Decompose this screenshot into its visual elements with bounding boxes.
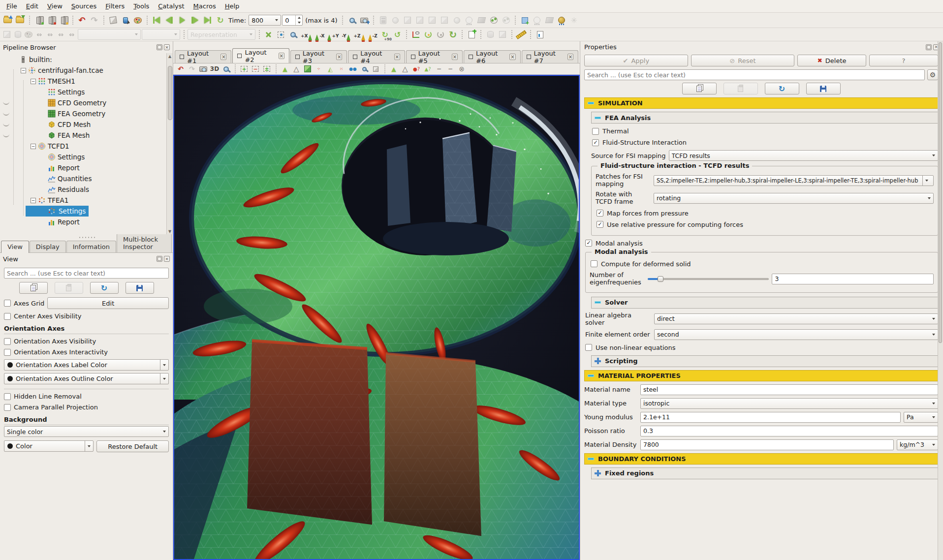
show-orientation-axes-button[interactable] <box>410 29 422 40</box>
tab-layout-1[interactable]: Layout #1× <box>175 50 231 63</box>
paste-properties-button[interactable] <box>55 282 83 294</box>
scrollbar-thumb[interactable] <box>168 66 172 120</box>
slice-stack-button[interactable] <box>497 29 508 40</box>
hidden-line-removal-checkbox[interactable] <box>4 393 11 400</box>
background-color-picker[interactable]: Color <box>4 440 94 452</box>
thermal-checkbox[interactable] <box>592 128 599 135</box>
select-points-on-surface-button[interactable]: ▲ <box>291 64 301 74</box>
connect-server-button[interactable] <box>33 15 44 26</box>
material-type-combobox[interactable]: isotropic <box>640 398 938 409</box>
scroll-up-icon[interactable]: ▲ <box>168 53 171 59</box>
collapse-expander[interactable]: − <box>21 68 26 73</box>
close-tab-icon[interactable]: × <box>220 54 226 60</box>
extract-block-button[interactable] <box>488 15 500 26</box>
pipeline-item-tfea-settings[interactable]: Settings <box>0 206 173 217</box>
menu-catalyst[interactable]: Catalyst <box>154 1 189 11</box>
edit-color-map-button[interactable] <box>13 30 23 39</box>
fsi-source-combobox[interactable]: TCFD results <box>669 150 939 161</box>
camera-parallel-projection-checkbox[interactable] <box>4 404 11 411</box>
axes-grid-checkbox[interactable] <box>4 300 11 307</box>
ruled-surface-button[interactable] <box>544 15 555 26</box>
camera-redo-button[interactable]: ↷ <box>187 64 197 74</box>
time-combobox[interactable]: 800 <box>249 15 281 26</box>
query-points-button[interactable]: ●? <box>411 64 421 74</box>
grow-selection-button[interactable]: − <box>434 64 444 74</box>
view-minus-z-button[interactable]: -Z <box>367 29 378 40</box>
view-minus-x-button[interactable]: -X <box>314 29 325 40</box>
zoom-to-box-button[interactable] <box>221 64 231 74</box>
relative-pressure-checkbox[interactable] <box>597 221 603 228</box>
save-defaults-button[interactable] <box>126 282 154 294</box>
zoom-selection-button[interactable] <box>346 15 358 26</box>
spin-down-icon[interactable] <box>296 20 302 25</box>
frame-spinbox[interactable]: 0 <box>282 15 303 26</box>
menu-help[interactable]: Help <box>220 1 244 11</box>
extract-selection-button[interactable] <box>519 15 531 26</box>
next-frame-button[interactable] <box>189 15 201 26</box>
menu-tools[interactable]: Tools <box>129 1 154 11</box>
menu-filters[interactable]: Filters <box>101 1 129 11</box>
rotate-90-cw-button[interactable]: ↻+90 <box>379 29 391 40</box>
rescale-custom-button[interactable] <box>24 30 33 39</box>
pipeline-item-builtin[interactable]: builtin: <box>0 54 173 65</box>
pipeline-item-tcfd1[interactable]: − TCFD1 <box>0 141 173 152</box>
representation-combobox[interactable]: Representation <box>188 29 255 40</box>
add-selection-button[interactable]: + <box>239 64 249 74</box>
contour-filter-button[interactable] <box>439 15 450 26</box>
copy-properties-button[interactable] <box>19 282 48 294</box>
view-plus-x-button[interactable]: +X <box>300 29 313 40</box>
color-palette-button[interactable] <box>132 15 143 26</box>
pipeline-item-tmesh-settings[interactable]: Settings <box>0 87 173 97</box>
select-cells-on-surface-button[interactable]: ▲ <box>280 64 290 74</box>
orientation-axes-interactivity-checkbox[interactable] <box>4 349 11 356</box>
element-order-combobox[interactable]: second <box>654 329 938 340</box>
map-forces-checkbox[interactable] <box>597 210 603 217</box>
rescale-data-range-button[interactable]: ⇔ <box>34 30 44 39</box>
subtract-selection-button[interactable]: − <box>251 64 260 74</box>
tab-layout-7[interactable]: Layout #7× <box>522 50 578 63</box>
open-file-button[interactable] <box>2 15 13 26</box>
menu-macros[interactable]: Macros <box>189 1 220 11</box>
material-name-input[interactable] <box>640 384 938 395</box>
disconnect-server-button[interactable] <box>45 15 57 26</box>
tab-layout-5[interactable]: Layout #5× <box>406 50 463 63</box>
close-tab-icon[interactable]: × <box>279 53 284 59</box>
save-defaults-button[interactable] <box>806 83 841 94</box>
view-plus-y-button[interactable]: +Y <box>326 29 340 40</box>
hover-points-button[interactable]: ▲ <box>400 64 410 74</box>
temporal-cache-button[interactable]: ✳ <box>568 15 580 26</box>
undock-icon[interactable] <box>926 44 932 50</box>
rotate-frame-combobox[interactable]: rotating <box>654 193 934 204</box>
select-block-button[interactable]: ●● <box>348 64 358 74</box>
rotate-90-ccw-button[interactable]: ↻ <box>392 29 403 40</box>
slider-handle[interactable] <box>658 276 663 282</box>
tab-multiblock-inspector[interactable]: Multi-block Inspector <box>117 233 172 252</box>
menu-sources[interactable]: Sources <box>67 1 101 11</box>
play-button[interactable] <box>176 15 188 26</box>
section-fixed-regions[interactable]: Fixed regions <box>591 467 938 479</box>
previous-frame-button[interactable] <box>163 15 175 26</box>
load-state-button[interactable] <box>107 15 119 26</box>
reload-properties-button[interactable]: ↻ <box>765 83 799 94</box>
pipeline-item-residuals[interactable]: Residuals <box>0 184 173 195</box>
properties-scrollbar[interactable] <box>938 41 943 560</box>
eye-closed-icon[interactable] <box>3 101 9 105</box>
young-modulus-input[interactable] <box>640 412 901 423</box>
zoom-to-data-button[interactable] <box>275 29 286 40</box>
section-simulation[interactable]: SIMULATION <box>584 97 938 109</box>
scrollbar-thumb[interactable] <box>939 42 942 343</box>
select-cells-polygon-button[interactable]: ◭ <box>325 64 335 74</box>
modal-analysis-checkbox[interactable] <box>585 240 592 247</box>
undock-icon[interactable] <box>157 44 162 50</box>
orientation-label-color-picker[interactable]: Orientation Axes Label Color <box>4 359 169 371</box>
close-icon[interactable]: × <box>164 256 170 262</box>
paste-properties-button[interactable] <box>723 83 758 94</box>
eye-closed-icon[interactable] <box>3 123 9 126</box>
close-tab-icon[interactable]: × <box>509 54 515 60</box>
linear-solver-combobox[interactable]: direct <box>654 313 938 324</box>
background-mode-combobox[interactable]: Single color <box>4 426 169 437</box>
collapse-expander[interactable]: − <box>31 198 36 203</box>
extract-surface-button[interactable] <box>476 15 487 26</box>
save-data-button[interactable] <box>14 15 26 26</box>
loop-button[interactable]: ↻ <box>215 15 226 26</box>
